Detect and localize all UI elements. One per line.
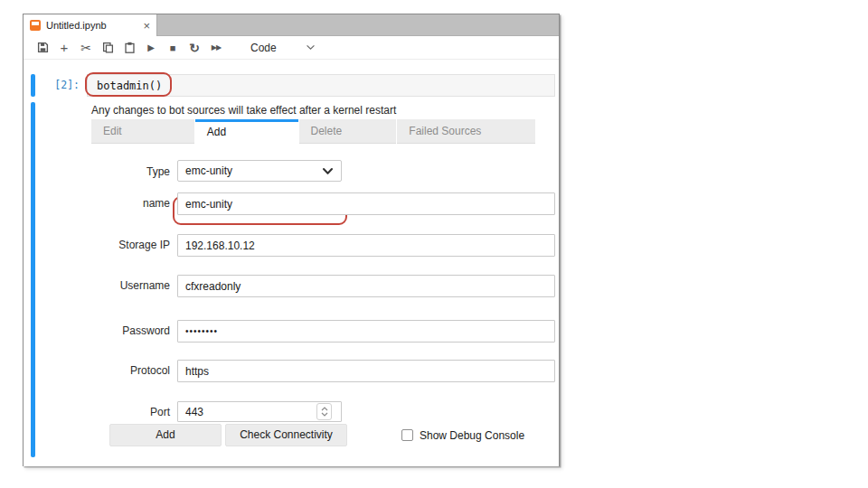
run-all-icon[interactable]: ▶▶ bbox=[205, 37, 227, 59]
port-label: Port bbox=[60, 406, 170, 418]
copy-cell-icon[interactable] bbox=[97, 37, 118, 59]
notebook-file-icon bbox=[30, 20, 41, 31]
restart-kernel-icon[interactable]: ↻ bbox=[184, 37, 205, 59]
chevron-down-icon bbox=[306, 44, 316, 51]
username-input[interactable] bbox=[177, 275, 555, 297]
name-input[interactable] bbox=[177, 192, 555, 215]
widget-tab-strip: Edit Add Delete Failed Sources bbox=[91, 119, 535, 144]
red-annotation-code bbox=[85, 72, 172, 97]
close-icon[interactable]: × bbox=[143, 20, 150, 32]
chevron-down-icon[interactable] bbox=[321, 412, 328, 417]
storage-ip-input[interactable] bbox=[177, 234, 555, 257]
chevron-up-icon[interactable] bbox=[321, 407, 328, 411]
document-tab[interactable]: Untitled.ipynb × bbox=[24, 14, 157, 36]
cut-cell-icon[interactable]: ✂ bbox=[75, 37, 97, 59]
tab-add[interactable]: Add bbox=[195, 119, 298, 144]
cell-type-dropdown[interactable]: Code bbox=[250, 37, 316, 59]
add-cell-icon[interactable]: + bbox=[53, 37, 75, 59]
notebook-content: [2]: botadmin() Any changes to bot sourc… bbox=[24, 60, 559, 466]
add-button[interactable]: Add bbox=[109, 424, 222, 446]
storage-ip-label: Storage IP bbox=[60, 239, 170, 251]
type-label: Type bbox=[60, 165, 170, 178]
check-connectivity-button[interactable]: Check Connectivity bbox=[225, 424, 347, 446]
protocol-label: Protocol bbox=[60, 364, 170, 377]
chevron-down-icon bbox=[322, 167, 334, 175]
type-select[interactable]: emc-unity bbox=[177, 160, 342, 182]
code-cell-editor[interactable]: botadmin() bbox=[87, 74, 555, 97]
tab-edit[interactable]: Edit bbox=[91, 119, 194, 144]
port-stepper[interactable] bbox=[316, 403, 332, 420]
document-tab-bar: Untitled.ipynb × bbox=[24, 14, 559, 36]
username-label: Username bbox=[60, 279, 170, 292]
name-label: name bbox=[60, 197, 170, 210]
show-debug-console-checkbox[interactable] bbox=[401, 429, 413, 441]
notebook-window: Untitled.ipynb × + ✂ ▶ ■ bbox=[23, 14, 560, 466]
tab-failed-sources[interactable]: Failed Sources bbox=[397, 119, 535, 144]
stop-kernel-icon[interactable]: ■ bbox=[162, 37, 184, 59]
protocol-input[interactable] bbox=[177, 360, 555, 382]
cell-type-value: Code bbox=[250, 42, 277, 54]
paste-cell-icon[interactable] bbox=[118, 37, 140, 59]
execution-count: [2]: bbox=[31, 79, 80, 91]
kernel-restart-message: Any changes to bot sources will take eff… bbox=[91, 104, 396, 117]
password-label: Password bbox=[60, 324, 170, 337]
show-debug-console-label: Show Debug Console bbox=[420, 429, 524, 442]
run-cell-icon[interactable]: ▶ bbox=[140, 37, 162, 59]
type-select-value: emc-unity bbox=[185, 164, 232, 177]
notebook-toolbar: + ✂ ▶ ■ ↻ ▶▶ Code bbox=[24, 36, 559, 60]
output-collapser[interactable] bbox=[31, 102, 35, 457]
document-title: Untitled.ipynb bbox=[46, 20, 137, 31]
password-input[interactable] bbox=[177, 320, 555, 343]
save-icon[interactable] bbox=[32, 37, 53, 59]
tab-delete[interactable]: Delete bbox=[299, 119, 397, 144]
